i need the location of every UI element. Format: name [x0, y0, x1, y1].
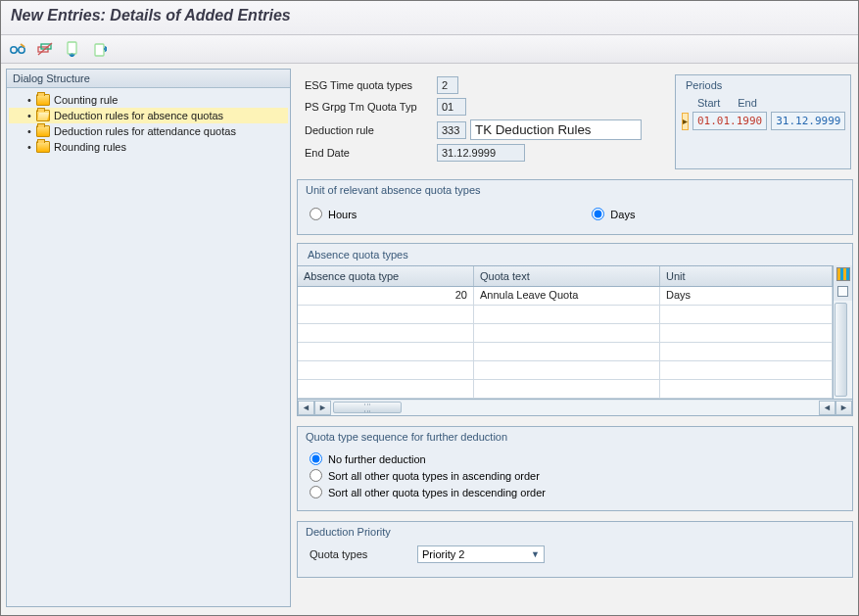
seq-asc-label: Sort all other quota types in ascending … — [328, 470, 540, 482]
seq-no-further-option[interactable]: No further deduction — [310, 450, 840, 467]
tree-item-deduction-attendance[interactable]: • Deduction rules for attendance quotas — [9, 123, 288, 139]
periods-end-label: End — [738, 97, 757, 109]
scroll-right2-button[interactable]: ► — [835, 401, 852, 415]
title-bar: New Entries: Details of Added Entries — [1, 1, 858, 35]
absence-quota-table-group: Absence quota types Absence quota type Q… — [297, 243, 853, 416]
tree-item-label: Counting rule — [54, 94, 118, 106]
scroll-left2-button[interactable]: ◄ — [819, 401, 835, 415]
next-entry-icon[interactable] — [91, 40, 109, 58]
table-body: 20 Annula Leave Quota Days — [298, 287, 833, 399]
prev-entry-icon[interactable] — [64, 40, 81, 58]
table-side-controls — [833, 265, 852, 399]
dialog-structure-tree: • Counting rule • Deduction rules for ab… — [7, 88, 290, 159]
unit-group-title: Unit of relevant absence quota types — [298, 180, 852, 200]
table-row[interactable] — [298, 361, 833, 380]
glasses-detail-icon[interactable] — [9, 40, 26, 58]
scroll-left-button[interactable]: ◄ — [298, 401, 314, 415]
horizontal-scrollbar-area: ◄ ► ◄ ► — [298, 399, 852, 415]
tree-item-counting-rule[interactable]: • Counting rule — [9, 92, 288, 108]
tree-item-label: Deduction rules for attendance quotas — [54, 125, 236, 137]
folder-icon — [36, 94, 50, 106]
col-unit[interactable]: Unit — [660, 266, 833, 286]
cell-type[interactable]: 20 — [298, 287, 474, 305]
seq-no-further-radio[interactable] — [310, 452, 322, 465]
unit-days-radio[interactable] — [592, 208, 604, 220]
tree-item-rounding-rules[interactable]: • Rounding rules — [9, 139, 288, 155]
table-row[interactable] — [298, 324, 833, 343]
quota-types-select[interactable]: Priority 2 ▼ — [417, 545, 545, 563]
unit-hours-radio[interactable] — [310, 208, 322, 220]
periods-end-value[interactable]: 31.12.9999 — [771, 112, 845, 130]
table-row[interactable] — [298, 380, 833, 399]
header-fields: ESG Time quota types 2 PS Grpg Tm Quota … — [297, 69, 665, 169]
content-panel: ESG Time quota types 2 PS Grpg Tm Quota … — [297, 69, 853, 607]
vertical-scrollbar[interactable] — [834, 301, 852, 399]
table-header: Absence quota type Quota text Unit — [298, 265, 833, 287]
bullet-icon: • — [26, 94, 32, 106]
dialog-structure-panel: Dialog Structure • Counting rule • Deduc… — [6, 69, 291, 607]
svg-point-0 — [11, 47, 17, 53]
periods-expand-button[interactable]: ▸ — [682, 113, 689, 130]
cell-text[interactable]: Annula Leave Quota — [474, 287, 660, 305]
table-row[interactable] — [298, 306, 833, 324]
bullet-icon: • — [26, 125, 32, 137]
enddate-label: End Date — [305, 147, 437, 159]
periods-title: Periods — [682, 77, 844, 97]
seq-no-further-label: No further deduction — [328, 453, 426, 465]
dedrule-label: Deduction rule — [305, 124, 437, 136]
col-quota-text[interactable]: Quota text — [474, 266, 660, 286]
folder-open-icon — [36, 110, 50, 121]
page-title: New Entries: Details of Added Entries — [11, 7, 291, 24]
svg-rect-5 — [95, 44, 104, 56]
absence-quota-table: Absence quota type Quota text Unit 20 An… — [298, 265, 833, 399]
bullet-icon: • — [26, 110, 32, 121]
quota-types-value: Priority 2 — [422, 548, 464, 560]
enddate-value: 31.12.9999 — [437, 144, 525, 162]
unit-hours-option[interactable]: Hours — [310, 206, 357, 222]
vertical-scroll-thumb[interactable] — [835, 303, 847, 397]
table-row[interactable]: 20 Annula Leave Quota Days — [298, 287, 833, 306]
horizontal-scrollbar[interactable] — [331, 401, 819, 415]
toolbar — [1, 35, 858, 64]
table-row[interactable] — [298, 343, 833, 361]
sequence-group: Quota type sequence for further deductio… — [297, 426, 853, 511]
unit-group: Unit of relevant absence quota types Hou… — [297, 179, 853, 235]
table-configure-icon[interactable] — [836, 267, 850, 281]
cell-unit[interactable]: Days — [660, 287, 833, 305]
absence-quota-title: Absence quota types — [298, 244, 852, 265]
periods-start-value[interactable]: 01.01.1990 — [692, 112, 767, 130]
seq-asc-radio[interactable] — [310, 469, 322, 482]
delimit-icon[interactable] — [36, 40, 54, 58]
quota-types-label: Quota types — [310, 548, 417, 560]
tree-item-deduction-absence[interactable]: • Deduction rules for absence quotas — [9, 108, 288, 123]
horizontal-scroll-thumb[interactable] — [333, 402, 402, 413]
esg-label: ESG Time quota types — [305, 79, 437, 91]
folder-icon — [36, 125, 50, 137]
svg-rect-4 — [68, 42, 76, 54]
unit-days-option[interactable]: Days — [592, 206, 635, 222]
seq-desc-radio[interactable] — [310, 486, 322, 498]
svg-point-1 — [19, 47, 24, 53]
psg-value: 01 — [437, 98, 466, 116]
psg-label: PS Grpg Tm Quota Typ — [305, 101, 437, 113]
scroll-right-button[interactable]: ► — [314, 401, 331, 415]
dialog-structure-header: Dialog Structure — [7, 70, 290, 88]
unit-hours-label: Hours — [328, 209, 357, 220]
periods-start-label: Start — [697, 97, 720, 109]
esg-value: 2 — [437, 76, 458, 94]
folder-icon — [36, 141, 50, 153]
seq-desc-label: Sort all other quota types in descending… — [328, 487, 546, 498]
table-select-all-checkbox[interactable] — [837, 286, 848, 297]
dedrule-text-input[interactable] — [470, 119, 642, 140]
col-absence-quota-type[interactable]: Absence quota type — [298, 266, 474, 286]
priority-group-title: Deduction Priority — [298, 522, 852, 542]
bullet-icon: • — [26, 141, 32, 153]
tree-item-label: Rounding rules — [54, 141, 126, 153]
unit-days-label: Days — [610, 209, 635, 220]
sequence-group-title: Quota type sequence for further deductio… — [298, 427, 852, 447]
seq-desc-option[interactable]: Sort all other quota types in descending… — [310, 484, 840, 500]
seq-asc-option[interactable]: Sort all other quota types in ascending … — [310, 467, 840, 484]
periods-group: Periods Start End ▸ 01.01.1990 31.12.999… — [675, 74, 851, 169]
dedrule-code: 333 — [437, 121, 466, 139]
priority-group: Deduction Priority Quota types Priority … — [297, 521, 853, 578]
